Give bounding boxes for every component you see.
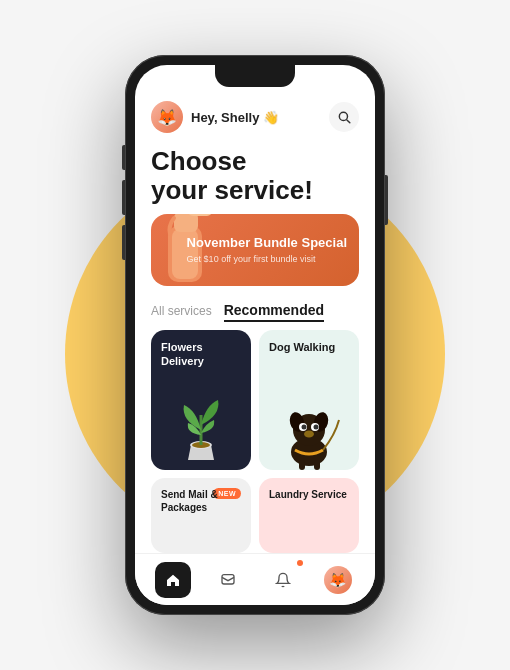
nav-home[interactable] <box>155 562 191 598</box>
nav-profile[interactable]: 🦊 <box>320 562 356 598</box>
screen-content: 🦊 Hey, Shelly 👋 Choose your service! <box>135 65 375 553</box>
dog-label: Dog Walking <box>259 330 359 354</box>
svg-point-0 <box>339 112 347 120</box>
svg-point-19 <box>313 425 318 430</box>
nav-messages[interactable] <box>210 562 246 598</box>
phone-mockup: 🦊 Hey, Shelly 👋 Choose your service! <box>125 55 385 615</box>
mail-label: Send Mail & Packages <box>151 478 251 514</box>
header: 🦊 Hey, Shelly 👋 <box>135 93 375 139</box>
avatar-emoji: 🦊 <box>157 108 177 127</box>
service-card-dog[interactable]: Dog Walking <box>259 330 359 470</box>
dog-image <box>259 354 359 470</box>
svg-point-18 <box>301 425 306 430</box>
services-grid: Flowers Delivery <box>135 330 375 553</box>
volume-down-button <box>122 225 125 260</box>
svg-rect-21 <box>299 460 305 470</box>
svg-rect-22 <box>314 460 320 470</box>
svg-point-20 <box>304 431 314 438</box>
hero-line1: Choose <box>151 147 359 176</box>
bell-icon <box>275 572 291 588</box>
home-icon <box>165 572 181 588</box>
notch <box>215 65 295 87</box>
promo-title: November Bundle Special <box>187 235 347 251</box>
mute-button <box>122 145 125 170</box>
plant-icon <box>166 395 236 470</box>
service-card-flowers[interactable]: Flowers Delivery <box>151 330 251 470</box>
avatar: 🦊 <box>151 101 183 133</box>
flowers-label: Flowers Delivery <box>151 330 251 369</box>
svg-rect-23 <box>222 574 234 583</box>
hero-title: Choose your service! <box>135 139 375 214</box>
greeting-text: Hey, Shelly 👋 <box>191 110 279 125</box>
hero-line2: your service! <box>151 176 359 205</box>
svg-rect-5 <box>188 214 212 216</box>
profile-avatar-emoji: 🦊 <box>329 572 346 588</box>
search-button[interactable] <box>329 102 359 132</box>
tab-recommended[interactable]: Recommended <box>224 302 324 322</box>
messages-icon <box>220 572 236 588</box>
svg-line-1 <box>347 120 350 123</box>
tabs-row: All services Recommended <box>135 298 375 330</box>
header-left: 🦊 Hey, Shelly 👋 <box>151 101 279 133</box>
bottom-nav: 🦊 <box>135 553 375 605</box>
profile-avatar: 🦊 <box>324 566 352 594</box>
phone-screen: 🦊 Hey, Shelly 👋 Choose your service! <box>135 65 375 605</box>
volume-up-button <box>122 180 125 215</box>
service-card-laundry[interactable]: Laundry Service <box>259 478 359 553</box>
laundry-label: Laundry Service <box>259 478 359 501</box>
svg-rect-4 <box>174 214 198 232</box>
power-button <box>385 175 388 225</box>
flowers-image <box>151 369 251 470</box>
promo-banner[interactable]: November Bundle Special Get $10 off your… <box>151 214 359 286</box>
service-card-mail[interactable]: Send Mail & Packages NEW <box>151 478 251 553</box>
tab-all-services[interactable]: All services <box>151 304 212 320</box>
nav-notifications[interactable] <box>265 562 301 598</box>
dog-icon <box>277 400 342 470</box>
search-icon <box>337 110 351 124</box>
promo-text: November Bundle Special Get $10 off your… <box>187 235 347 265</box>
promo-subtitle: Get $10 off your first bundle visit <box>187 254 347 266</box>
